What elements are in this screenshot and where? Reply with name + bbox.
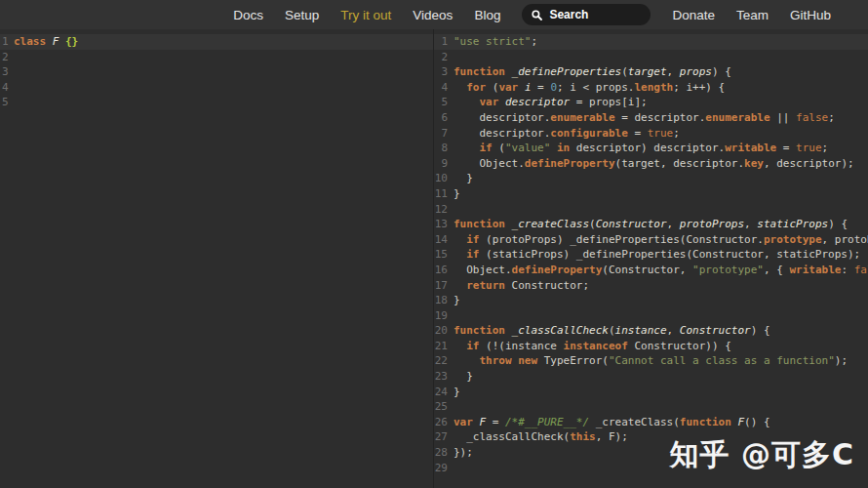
line-number: 18 — [434, 293, 448, 308]
code-line: 18} — [434, 293, 868, 308]
nav-item-try-it-out[interactable]: Try it out — [340, 8, 391, 22]
nav-item-blog[interactable]: Blog — [474, 8, 500, 22]
code-text: } — [454, 369, 868, 385]
search-placeholder: Search — [549, 8, 588, 21]
watermark: 知乎 @可多C — [670, 435, 854, 475]
code-line: 2 — [434, 50, 868, 65]
code-text[interactable] — [14, 64, 433, 80]
code-text: if (staticProps) _defineProperties(Const… — [454, 247, 868, 263]
code-line: 10 } — [434, 171, 868, 186]
code-line: 21 if (!(instance instanceof Constructor… — [434, 339, 868, 354]
line-number: 2 — [0, 50, 12, 65]
code-text: for (var i = 0; i < props.length; i++) { — [454, 80, 868, 96]
code-line[interactable]: 2 — [0, 50, 433, 65]
code-line: 19 — [434, 308, 868, 324]
line-number: 15 — [434, 247, 448, 263]
line-number: 2 — [434, 50, 448, 65]
code-line: 23 } — [434, 369, 868, 385]
code-text: function _classCallCheck(instance, Const… — [454, 323, 868, 339]
code-line: 8 if ("value" in descriptor) descriptor.… — [434, 141, 868, 156]
line-number: 24 — [434, 385, 448, 400]
code-text: } — [454, 385, 868, 400]
code-text — [454, 399, 868, 415]
search-icon — [532, 10, 542, 20]
line-number: 16 — [434, 263, 448, 278]
line-number: 1 — [434, 34, 448, 50]
line-number: 6 — [434, 110, 448, 126]
code-text — [454, 50, 868, 65]
nav-item-team[interactable]: Team — [736, 8, 769, 22]
code-line: 20function _classCallCheck(instance, Con… — [434, 323, 868, 339]
nav-item-setup[interactable]: Setup — [285, 8, 319, 22]
line-number: 21 — [434, 339, 448, 354]
code-text: } — [454, 293, 868, 308]
code-text: } — [454, 171, 868, 186]
source-editor[interactable]: 1class F {}2345 — [0, 29, 433, 488]
line-number: 23 — [434, 369, 448, 385]
code-text: descriptor.configurable = true; — [454, 126, 868, 142]
line-number: 3 — [434, 64, 448, 80]
code-text: "use strict"; — [454, 34, 868, 50]
line-number: 27 — [434, 429, 448, 445]
code-line: 16 Object.defineProperty(Constructor, "p… — [434, 263, 868, 278]
code-line: 17 return Constructor; — [434, 278, 868, 294]
code-text: function _defineProperties(target, props… — [454, 64, 868, 80]
code-line: 3function _defineProperties(target, prop… — [434, 64, 868, 80]
code-line[interactable]: 5 — [0, 95, 433, 110]
line-number: 28 — [434, 445, 448, 461]
line-number: 4 — [434, 80, 448, 96]
nav-item-docs[interactable]: Docs — [233, 8, 263, 22]
line-number: 17 — [434, 278, 448, 294]
line-number: 12 — [434, 202, 448, 218]
line-number: 4 — [0, 80, 12, 96]
line-number: 7 — [434, 126, 448, 142]
code-text: Object.defineProperty(Constructor, "prot… — [454, 263, 868, 278]
code-line[interactable]: 3 — [0, 64, 433, 80]
code-line: 26var F = /*#__PURE__*/ _createClass(fun… — [434, 415, 868, 430]
code-text: throw new TypeError("Cannot call a class… — [454, 353, 868, 369]
code-text: var descriptor = props[i]; — [454, 95, 868, 110]
code-text: if (!(instance instanceof Constructor)) … — [454, 339, 868, 354]
code-line: 12 — [434, 202, 868, 218]
line-number: 22 — [434, 353, 448, 369]
code-text[interactable] — [14, 95, 433, 110]
code-text: } — [454, 186, 868, 202]
nav-links-right: DonateTeamGitHub — [651, 8, 831, 22]
line-number: 13 — [434, 217, 448, 232]
line-number: 10 — [434, 171, 448, 186]
code-text[interactable] — [14, 50, 433, 65]
code-text — [454, 202, 868, 218]
code-line: 5 var descriptor = props[i]; — [434, 95, 868, 110]
code-text: if ("value" in descriptor) descriptor.wr… — [454, 141, 868, 156]
code-line: 22 throw new TypeError("Cannot call a cl… — [434, 353, 868, 369]
code-line[interactable]: 4 — [0, 80, 433, 96]
nav-item-videos[interactable]: Videos — [413, 8, 453, 22]
code-line: 14 if (protoProps) _defineProperties(Con… — [434, 232, 868, 248]
code-line: 13function _createClass(Constructor, pro… — [434, 217, 868, 232]
code-text: descriptor.enumerable = descriptor.enume… — [454, 110, 868, 126]
code-text: if (protoProps) _defineProperties(Constr… — [454, 232, 868, 248]
code-line: 24} — [434, 385, 868, 400]
line-number: 29 — [434, 461, 448, 476]
line-number: 14 — [434, 232, 448, 248]
code-text[interactable] — [14, 80, 433, 96]
line-number: 20 — [434, 323, 448, 339]
navbar: DocsSetupTry it outVideosBlog Search Don… — [0, 0, 868, 29]
output-editor: 1"use strict";23function _defineProperti… — [433, 29, 868, 488]
nav-item-donate[interactable]: Donate — [672, 8, 715, 22]
line-number: 8 — [434, 141, 448, 156]
code-line: 4 for (var i = 0; i < props.length; i++)… — [434, 80, 868, 96]
nav-item-github[interactable]: GitHub — [790, 8, 831, 22]
search-box[interactable]: Search — [522, 4, 651, 25]
line-number: 25 — [434, 399, 448, 415]
code-line[interactable]: 1class F {} — [0, 34, 433, 50]
code-line: 1"use strict"; — [434, 34, 868, 50]
code-text: var F = /*#__PURE__*/ _createClass(funct… — [454, 415, 868, 430]
code-text: function _createClass(Constructor, proto… — [454, 217, 868, 232]
code-line: 25 — [434, 399, 868, 415]
line-number: 11 — [434, 186, 448, 202]
code-text[interactable]: class F {} — [14, 34, 433, 50]
code-text — [454, 308, 868, 324]
line-number: 9 — [434, 156, 448, 172]
code-line: 9 Object.defineProperty(target, descript… — [434, 156, 868, 172]
